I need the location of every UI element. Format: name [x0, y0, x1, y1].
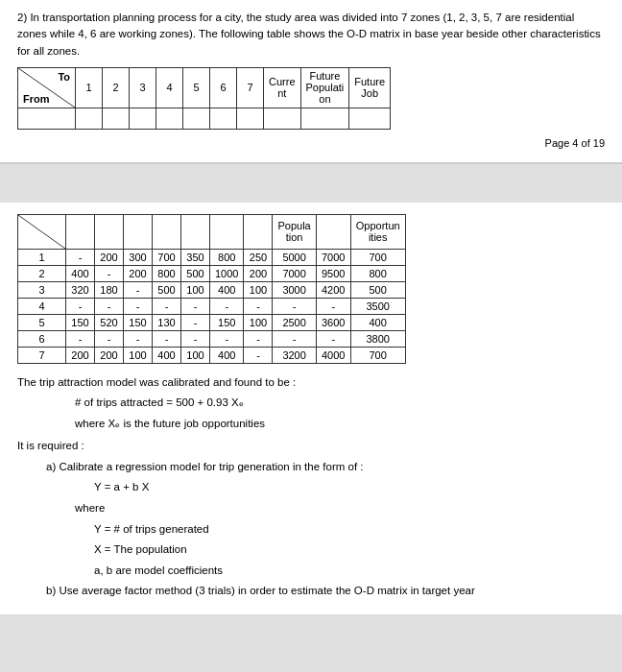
from-label: From — [23, 93, 50, 105]
req-a-x-def: X = The population — [94, 540, 605, 560]
req-b-label: b) Use average factor method (3 trials) … — [46, 582, 605, 601]
b-col-7 — [244, 214, 273, 249]
top-section: 2) In transportation planning process fo… — [0, 0, 622, 164]
col-header-current: Current — [264, 67, 301, 108]
b-col-6 — [210, 214, 244, 249]
trip-attraction-formula1: # of trips attracted = 500 + 0.93 Xₑ — [75, 394, 605, 413]
section-gap — [0, 164, 622, 203]
b-col-3 — [124, 214, 153, 249]
b-col-2 — [95, 214, 124, 249]
od-matrix-top: To From 1 2 3 4 5 6 7 Current FuturePopu… — [17, 67, 391, 130]
question-2-text: 2) In transportation planning process fo… — [17, 10, 605, 60]
table-row: 7 200 200 100 400 100 400 - 3200 4000 70… — [18, 347, 406, 363]
row-label-5: 5 — [18, 314, 66, 330]
table-row: 2 400 - 200 800 500 1000 200 7000 9500 8… — [18, 265, 406, 281]
b-col-pop: Population — [273, 214, 316, 249]
col-header-1: 1 — [76, 67, 103, 108]
col-header-2: 2 — [103, 67, 130, 108]
row-label-1: 1 — [18, 249, 66, 265]
to-label: To — [58, 71, 70, 83]
req-a-ab-def: a, b are model coefficients — [94, 562, 605, 581]
trip-attraction-formula2: where Xₑ is the future job opportunities — [75, 415, 605, 434]
col-header-future-pop: FuturePopulation — [300, 67, 349, 108]
row-label-4: 4 — [18, 298, 66, 314]
b-col-5 — [181, 214, 210, 249]
row-label-7: 7 — [18, 347, 66, 363]
svg-line-1 — [18, 215, 65, 249]
diagonal-header: To From — [18, 67, 76, 108]
req-a-label: a) Calibrate a regression model for trip… — [46, 458, 605, 477]
col-header-3: 3 — [130, 67, 156, 108]
col-header-future-job: FutureJob — [349, 67, 391, 108]
page-number: Page 4 of 19 — [17, 137, 605, 149]
required-label: It is required : — [17, 437, 605, 456]
table-row: 3 320 180 - 500 100 400 100 3000 4200 50… — [18, 281, 406, 298]
diag-header-2 — [18, 214, 66, 249]
od-matrix-bottom: Population Opportunities 1 - 200 300 700… — [17, 214, 406, 364]
row-label-6: 6 — [18, 330, 66, 347]
col-header-4: 4 — [156, 67, 183, 108]
col-header-6: 6 — [210, 67, 237, 108]
b-col-4 — [153, 214, 181, 249]
row-label-3: 3 — [18, 281, 66, 298]
req-a-where: where — [75, 499, 605, 518]
b-col-opp: Opportunities — [350, 214, 405, 249]
trip-attraction-intro: The trip attraction model was calibrated… — [17, 373, 605, 393]
table-row: 5 150 520 150 130 - 150 100 2500 3600 40… — [18, 314, 406, 330]
table-row: 4 - - - - - - - - - 3500 — [18, 298, 406, 314]
bottom-section: Population Opportunities 1 - 200 300 700… — [0, 203, 622, 614]
row-label-2: 2 — [18, 265, 66, 281]
b-col-empty — [316, 214, 350, 249]
empty-row — [18, 108, 391, 129]
req-a-y-def: Y = # of trips generated — [94, 520, 605, 540]
col-header-5: 5 — [183, 67, 210, 108]
q2-paragraph: 2) In transportation planning process fo… — [17, 12, 601, 57]
req-a-formula: Y = a + b X — [94, 478, 605, 497]
table-row: 6 - - - - - - - - - 3800 — [18, 330, 406, 347]
table-row: 1 - 200 300 700 350 800 250 5000 7000 70… — [18, 249, 406, 265]
col-header-7: 7 — [237, 67, 264, 108]
b-col-1 — [66, 214, 95, 249]
